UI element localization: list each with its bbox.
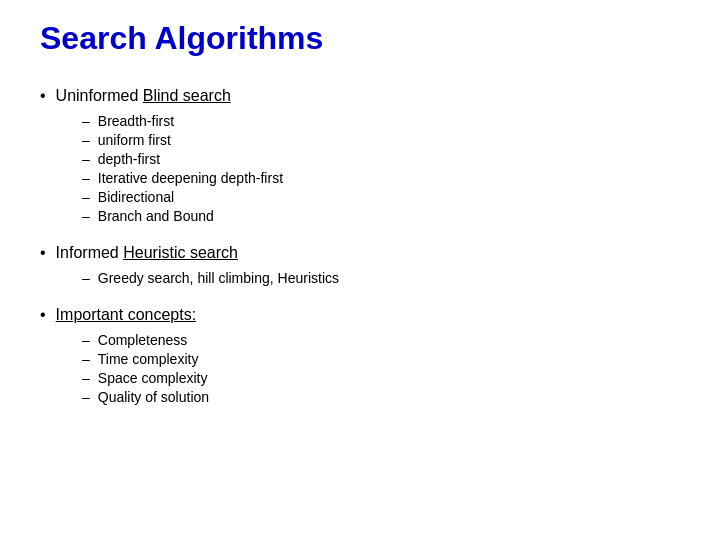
list-item: –Bidirectional [82, 189, 680, 205]
section-informed-header: • Informed Heuristic search [40, 244, 680, 262]
section-important-header: • Important concepts: [40, 306, 680, 324]
dash-icon: – [82, 351, 90, 367]
dash-icon: – [82, 151, 90, 167]
list-item: –Quality of solution [82, 389, 680, 405]
dash-icon: – [82, 189, 90, 205]
dash-icon: – [82, 132, 90, 148]
list-item: –Greedy search, hill climbing, Heuristic… [82, 270, 680, 286]
list-item: –Completeness [82, 332, 680, 348]
list-item-text: Greedy search, hill climbing, Heuristics [98, 270, 339, 286]
list-item-text: Time complexity [98, 351, 199, 367]
section-uninformed-header: • Uninformed Blind search [40, 87, 680, 105]
section-uninformed-label-underline: Blind search [143, 87, 231, 104]
section-uninformed: • Uninformed Blind search –Breadth-first… [40, 87, 680, 224]
section-uninformed-label-plain: Uninformed [56, 87, 139, 104]
informed-list: –Greedy search, hill climbing, Heuristic… [82, 270, 680, 286]
section-informed-label-underline: Heuristic search [123, 244, 238, 261]
section-important: • Important concepts: –Completeness –Tim… [40, 306, 680, 405]
list-item: –Time complexity [82, 351, 680, 367]
dash-icon: – [82, 389, 90, 405]
list-item-text: uniform first [98, 132, 171, 148]
page-title: Search Algorithms [40, 20, 680, 57]
list-item-text: Completeness [98, 332, 188, 348]
dash-icon: – [82, 170, 90, 186]
bullet-important: • [40, 306, 46, 324]
bullet-informed: • [40, 244, 46, 262]
dash-icon: – [82, 208, 90, 224]
section-important-label-plain: Important concepts: [56, 306, 197, 323]
list-item-text: Breadth-first [98, 113, 174, 129]
dash-icon: – [82, 113, 90, 129]
section-uninformed-title: Uninformed Blind search [56, 87, 231, 105]
list-item: –uniform first [82, 132, 680, 148]
list-item-text: Branch and Bound [98, 208, 214, 224]
dash-icon: – [82, 270, 90, 286]
list-item: –Iterative deepening depth-first [82, 170, 680, 186]
list-item: –Breadth-first [82, 113, 680, 129]
list-item: –Branch and Bound [82, 208, 680, 224]
list-item-text: Bidirectional [98, 189, 174, 205]
section-informed: • Informed Heuristic search –Greedy sear… [40, 244, 680, 286]
important-list: –Completeness –Time complexity –Space co… [82, 332, 680, 405]
dash-icon: – [82, 370, 90, 386]
list-item-text: depth-first [98, 151, 160, 167]
section-informed-label-plain: Informed [56, 244, 119, 261]
list-item-text: Quality of solution [98, 389, 209, 405]
list-item: –depth-first [82, 151, 680, 167]
uninformed-list: –Breadth-first –uniform first –depth-fir… [82, 113, 680, 224]
list-item: –Space complexity [82, 370, 680, 386]
section-informed-title: Informed Heuristic search [56, 244, 238, 262]
bullet-uninformed: • [40, 87, 46, 105]
dash-icon: – [82, 332, 90, 348]
list-item-text: Space complexity [98, 370, 208, 386]
list-item-text: Iterative deepening depth-first [98, 170, 283, 186]
section-important-title: Important concepts: [56, 306, 197, 324]
